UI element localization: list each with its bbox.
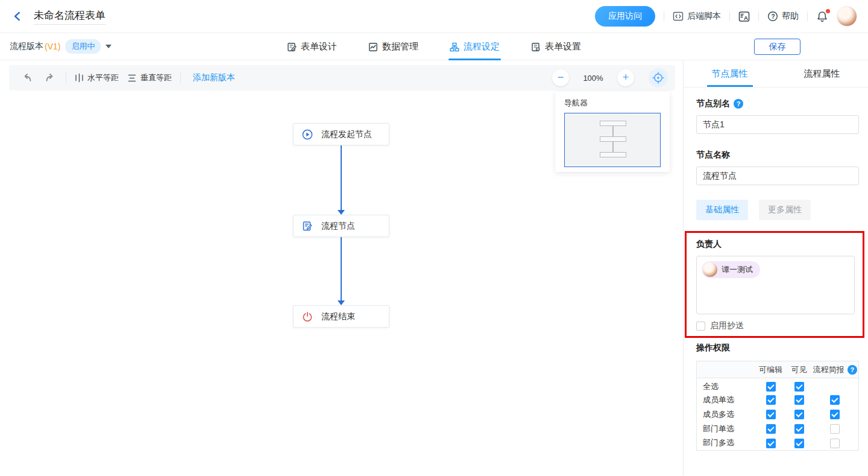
page-title[interactable]: 未命名流程表单 (34, 8, 105, 25)
enable-cc-checkbox[interactable] (696, 322, 705, 331)
main-tabs: 表单设计 数据管理 流程设定 表单设置 (287, 33, 581, 60)
code-icon (673, 11, 684, 22)
more-attrs-button[interactable]: 更多属性 (759, 200, 811, 220)
redo-button[interactable] (43, 71, 57, 85)
permission-row-label: 成员单选 (697, 393, 755, 407)
flow-setting-icon (450, 42, 459, 52)
checkbox-checked[interactable] (794, 410, 804, 419)
flow-edge (341, 145, 342, 210)
tab-form-design[interactable]: 表单设计 (287, 33, 337, 60)
data-management-icon (368, 42, 378, 52)
node-label: 流程发起节点 (321, 129, 372, 140)
checkbox-checked[interactable] (766, 395, 776, 405)
node-alias-input[interactable] (696, 115, 859, 134)
checkbox-checked[interactable] (766, 382, 776, 392)
checkbox-checked[interactable] (766, 410, 776, 419)
svg-text:A: A (744, 14, 748, 21)
permission-row-label: 成员多选 (697, 407, 755, 422)
notification-badge (826, 9, 830, 13)
help-label: 帮助 (782, 11, 799, 22)
divider (729, 11, 730, 21)
node-flow-start[interactable]: 流程发起节点 (293, 123, 389, 145)
vertical-spacing-label: 垂直等距 (140, 72, 172, 83)
app-access-button[interactable]: 应用访问 (595, 6, 655, 27)
help-badge-icon[interactable]: ? (848, 365, 857, 375)
permission-row: 部门多选 (697, 436, 859, 451)
permission-row-label: 全选 (697, 378, 755, 393)
horizontal-spacing-button[interactable]: 水平等距 (75, 72, 119, 83)
flow-edge (341, 237, 342, 300)
user-avatar[interactable] (837, 6, 857, 27)
permissions-title: 操作权限 (696, 343, 859, 354)
fit-view-button[interactable] (649, 68, 668, 87)
tab-flow-properties[interactable]: 流程属性 (776, 60, 868, 87)
tab-flow-setting[interactable]: 流程设定 (450, 33, 500, 60)
field-label-text: 节点别名 (696, 98, 730, 109)
owner-picker[interactable]: 谭一测试 (696, 256, 855, 314)
checkbox-unchecked[interactable] (830, 424, 840, 434)
vertical-spacing-button[interactable]: 垂直等距 (127, 72, 172, 83)
node-alias-label: 节点别名 ? (696, 98, 859, 109)
save-button[interactable]: 保存 (754, 39, 800, 55)
chevron-left-icon (12, 11, 23, 22)
help-badge-icon[interactable]: ? (734, 99, 743, 109)
checkbox-checked[interactable] (766, 439, 776, 448)
flow-canvas[interactable]: 水平等距 垂直等距 添加新版本 − 100% + 导航器 (0, 60, 684, 475)
tab-form-settings[interactable]: 表单设置 (531, 33, 581, 60)
status-badge: 启用中 (65, 39, 101, 54)
checkbox-checked[interactable] (794, 424, 804, 434)
language-icon: A (738, 11, 750, 22)
power-icon (302, 311, 313, 322)
owner-name: 谭一测试 (722, 264, 753, 275)
minimap-edge (612, 141, 614, 153)
back-button[interactable] (10, 8, 25, 24)
backend-script-label: 后端脚本 (687, 11, 721, 22)
checkbox-checked[interactable] (830, 410, 840, 419)
tab-label: 表单设计 (301, 41, 337, 52)
owner-chip[interactable]: 谭一测试 (702, 261, 760, 278)
minimap-edge (612, 125, 614, 136)
node-label: 流程节点 (321, 221, 355, 232)
permission-row: 全选 (697, 378, 859, 393)
backend-script-button[interactable]: 后端脚本 (673, 11, 721, 22)
checkbox-checked[interactable] (830, 395, 840, 405)
basic-attrs-button[interactable]: 基础属性 (696, 200, 748, 220)
tab-data-management[interactable]: 数据管理 (368, 33, 418, 60)
checkbox-checked[interactable] (794, 439, 804, 448)
permission-row-label: 部门多选 (697, 436, 755, 451)
checkbox-checked[interactable] (794, 382, 804, 392)
panel-tabs: 节点属性 流程属性 (684, 60, 868, 87)
zoom-level: 100% (577, 74, 609, 83)
tab-node-properties[interactable]: 节点属性 (684, 60, 776, 87)
permission-row: 成员单选 (697, 393, 859, 407)
enable-cc-label: 启用抄送 (710, 320, 744, 331)
node-flow-step[interactable]: 流程节点 (293, 215, 389, 237)
top-header: 未命名流程表单 应用访问 后端脚本 A ? 帮助 (0, 0, 868, 33)
checkbox-unchecked[interactable] (830, 439, 840, 448)
version-dropdown-caret[interactable] (105, 45, 112, 48)
language-button[interactable]: A (738, 11, 750, 22)
zoom-in-button[interactable]: + (617, 69, 634, 86)
undo-button[interactable] (20, 71, 34, 85)
canvas-toolbar: 水平等距 垂直等距 添加新版本 − 100% + (9, 65, 675, 90)
add-version-link[interactable]: 添加新版本 (193, 72, 235, 83)
notifications-button[interactable] (816, 10, 828, 23)
help-button[interactable]: ? 帮助 (767, 11, 799, 22)
sub-header: 流程版本 (V1) 启用中 表单设计 数据管理 流程设定 表单设置 保存 (0, 33, 868, 60)
navigator-minimap[interactable] (564, 113, 661, 167)
redo-icon (44, 72, 56, 83)
flow-edge-arrowhead (338, 300, 345, 305)
node-name-input[interactable] (696, 167, 859, 185)
owner-label: 负责人 (696, 239, 855, 250)
node-name-label: 节点名称 (696, 150, 859, 160)
checkbox-checked[interactable] (794, 395, 804, 405)
owner-avatar (703, 262, 717, 277)
checkbox-checked[interactable] (766, 424, 776, 434)
node-flow-end[interactable]: 流程结束 (293, 305, 389, 328)
permission-row: 部门单选 (697, 422, 859, 436)
divider (664, 11, 664, 21)
divider (66, 72, 66, 83)
zoom-out-button[interactable]: − (552, 69, 569, 86)
minimap-node (600, 121, 626, 126)
horizontal-spacing-icon (75, 73, 84, 83)
